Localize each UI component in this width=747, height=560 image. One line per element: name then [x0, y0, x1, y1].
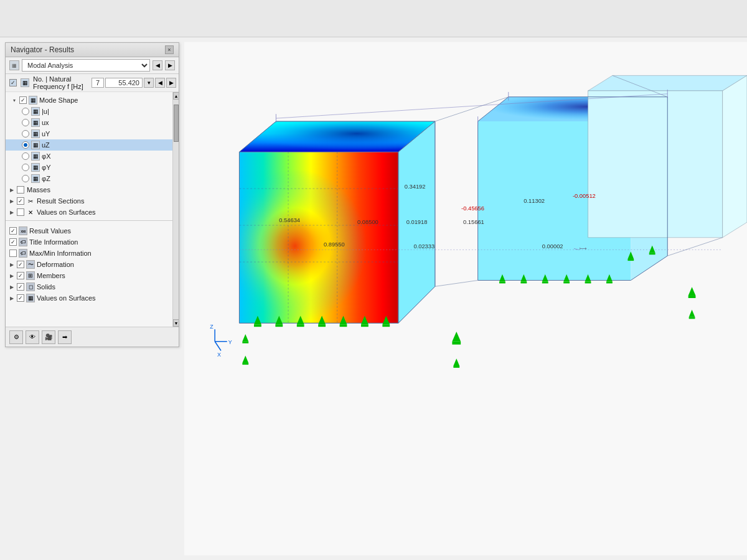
main-area: Navigator - Results × ▦ Modal Analysis ◀… — [0, 37, 747, 560]
label-solids: Solids — [37, 283, 55, 291]
cb-values-surfaces[interactable] — [17, 208, 24, 216]
tree-row-members[interactable]: ▶ ⊞ Members — [6, 270, 172, 281]
analysis-dropdown[interactable]: Modal Analysis — [22, 59, 150, 72]
support-base — [689, 317, 695, 319]
icon-result-values: xxx — [19, 226, 27, 235]
expand-mode-shape[interactable]: ▾ — [11, 96, 18, 104]
support-base — [627, 259, 634, 261]
support-base — [520, 281, 527, 283]
label-phix: φX — [42, 152, 50, 160]
support-base — [452, 342, 461, 345]
cb-members[interactable] — [17, 272, 24, 279]
cb-values-surfaces2[interactable] — [17, 294, 24, 302]
freq-dropdown-btn[interactable]: ▾ — [144, 78, 154, 88]
nav-scrollbar[interactable]: ▲ ▼ — [172, 92, 179, 327]
navigator-title: Navigator - Results × — [6, 43, 179, 57]
far-right-front — [588, 91, 723, 238]
radio-phix[interactable] — [22, 152, 29, 160]
tree-row-result-values[interactable]: xxx Result Values — [6, 225, 172, 236]
label-values-surfaces2: Values on Surfaces — [37, 294, 96, 302]
expand-solids[interactable]: ▶ — [8, 283, 16, 291]
scroll-up-btn[interactable]: ▲ — [173, 92, 179, 100]
close-button[interactable]: × — [165, 45, 174, 54]
expand-values-surfaces2[interactable]: ▶ — [8, 294, 16, 302]
expand-values-surfaces[interactable]: ▶ — [8, 208, 16, 216]
support-base — [254, 324, 261, 327]
icon-members: ⊞ — [26, 271, 35, 280]
tree-row-uz[interactable]: ▦ uZ — [6, 139, 172, 151]
prev-arrow-btn[interactable]: ◀ — [153, 60, 162, 70]
cb-mode-shape[interactable] — [19, 96, 27, 104]
label-mode-shape: Mode Shape — [39, 96, 78, 104]
cb-result-values[interactable] — [9, 227, 17, 235]
support-side-base — [242, 342, 248, 343]
radio-phiy[interactable] — [22, 164, 29, 171]
arrow-btn[interactable]: ➡ — [58, 330, 72, 344]
next-arrow-btn[interactable]: ▶ — [165, 60, 175, 70]
label-uy: uY — [42, 130, 50, 138]
frequency-row: ▦ No. | Natural Frequency f [Hz] 7 55.42… — [6, 74, 179, 92]
cb-solids[interactable] — [17, 283, 24, 291]
label-phiz: φZ — [42, 175, 50, 182]
radio-u-abs[interactable] — [22, 108, 29, 115]
settings-btn[interactable]: ⚙ — [9, 330, 23, 344]
tree-row-phiz[interactable]: ▦ φZ — [6, 173, 172, 184]
expand-members[interactable]: ▶ — [8, 272, 16, 279]
icon-ux: ▦ — [31, 118, 40, 127]
cb-maxmin-info[interactable] — [9, 250, 17, 257]
label-title-info: Title Information — [29, 238, 78, 246]
label-result-values: Result Values — [29, 227, 71, 235]
navigator-panel: Navigator - Results × ▦ Modal Analysis ◀… — [5, 42, 179, 347]
tree-row-phix[interactable]: ▦ φX — [6, 151, 172, 162]
cb-result-sections[interactable] — [17, 197, 24, 205]
support-base — [499, 281, 505, 283]
cb-deformation[interactable] — [17, 261, 24, 268]
tree-row-phiy[interactable]: ▦ φY — [6, 162, 172, 173]
radio-uz[interactable] — [22, 141, 29, 149]
view-btn[interactable]: 👁 — [26, 330, 39, 344]
label-maxmin-info: Max/Min Information — [29, 250, 92, 257]
support-base — [606, 281, 613, 283]
tree-row-maxmin-info[interactable]: 🏷 Max/Min Information — [6, 248, 172, 259]
support-base — [649, 253, 655, 254]
annot-015661: 0.15661 — [463, 219, 484, 225]
tree-row-deformation[interactable]: ▶ 〜 Deformation — [6, 259, 172, 270]
support-base — [563, 281, 570, 283]
tree-row-result-sections[interactable]: ▶ ✂ Result Sections — [6, 195, 172, 207]
support-base — [585, 281, 591, 283]
nav-dropdown-row: ▦ Modal Analysis ◀ ▶ — [6, 57, 179, 74]
label-ux: ux — [42, 119, 49, 126]
tree-row-title-info[interactable]: 🏷 Title Information — [6, 236, 172, 248]
expand-masses[interactable]: ▶ — [8, 186, 16, 194]
camera-btn[interactable]: 🎥 — [42, 330, 55, 344]
tree-row-solids[interactable]: ▶ ◻ Solids — [6, 281, 172, 292]
expand-result-sections[interactable]: ▶ — [8, 197, 16, 205]
scroll-down-btn[interactable]: ▼ — [173, 319, 179, 327]
label-u-abs: |u| — [42, 108, 49, 115]
freq-checkbox[interactable] — [9, 79, 17, 86]
tree-row-mode-shape[interactable]: ▾ ▦ Mode Shape — [6, 95, 172, 106]
tree-row-u-abs[interactable]: ▦ |u| — [6, 106, 172, 117]
radio-ux[interactable] — [22, 119, 29, 126]
tree-row-values-surfaces2[interactable]: ▶ ▦ Values on Surfaces — [6, 292, 172, 304]
cb-title-info[interactable] — [9, 238, 17, 246]
freq-prev-btn[interactable]: ◀ — [155, 78, 165, 88]
scroll-thumb[interactable] — [174, 105, 179, 142]
tree-row-uy[interactable]: ▦ uY — [6, 128, 172, 139]
icon-solids: ◻ — [26, 282, 35, 291]
viewport-3d: Y X Z — [184, 37, 747, 560]
modal-icon: ▦ — [9, 60, 19, 70]
expand-deformation[interactable]: ▶ — [8, 261, 16, 268]
radio-phiz[interactable] — [22, 175, 29, 182]
support-base — [688, 296, 696, 298]
label-values-surfaces: Values on Surfaces — [37, 208, 96, 216]
cb-masses[interactable] — [17, 186, 24, 194]
tree-row-ux[interactable]: ▦ ux — [6, 117, 172, 128]
icon-uy: ▦ — [31, 129, 40, 138]
icon-deformation: 〜 — [26, 260, 35, 269]
tree-row-values-surfaces[interactable]: ▶ ✕ Values on Surfaces — [6, 207, 172, 218]
navigator-title-label: Navigator - Results — [11, 45, 74, 54]
tree-row-masses[interactable]: ▶ Masses — [6, 184, 172, 195]
radio-uy[interactable] — [22, 130, 29, 138]
freq-next-btn[interactable]: ▶ — [166, 78, 176, 88]
